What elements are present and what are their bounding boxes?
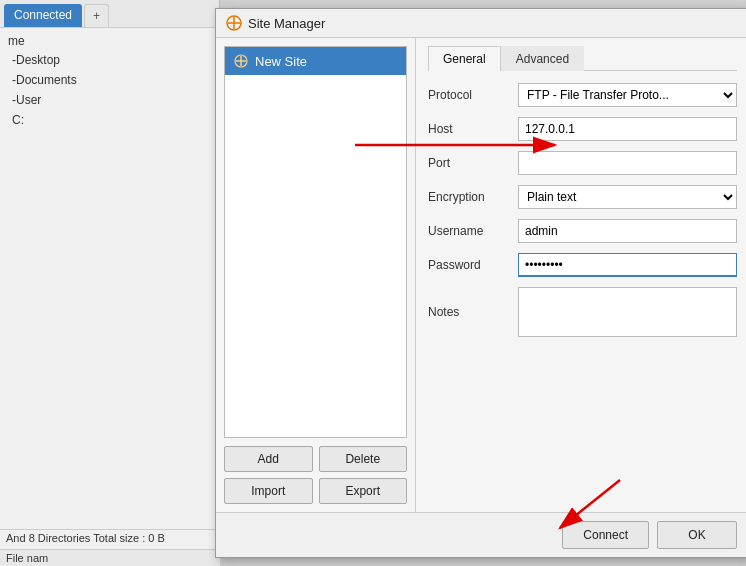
encryption-label: Encryption — [428, 190, 518, 204]
dialog-title: Site Manager — [248, 16, 325, 31]
filename-bar: File nam — [0, 549, 220, 566]
protocol-select[interactable]: FTP - File Transfer Proto... — [518, 83, 737, 107]
encryption-select[interactable]: Plain text — [518, 185, 737, 209]
new-site-icon — [233, 53, 249, 69]
protocol-label: Protocol — [428, 88, 518, 102]
connected-tab[interactable]: Connected — [4, 4, 82, 27]
host-input[interactable] — [518, 117, 737, 141]
import-button[interactable]: Import — [224, 478, 313, 504]
sidebar-label: me — [4, 32, 215, 50]
sidebar-content: me -Desktop -Documents -User C: — [0, 28, 219, 134]
notes-label: Notes — [428, 305, 518, 319]
sidebar-item-desktop[interactable]: -Desktop — [4, 50, 215, 70]
tab-bar: Connected + — [0, 0, 219, 28]
password-label: Password — [428, 258, 518, 272]
connect-button[interactable]: Connect — [562, 521, 649, 549]
site-manager-dialog: Site Manager New Site Add — [215, 8, 746, 558]
delete-button[interactable]: Delete — [319, 446, 408, 472]
status-bar: And 8 Directories Total size : 0 B — [0, 529, 220, 546]
site-manager-icon — [226, 15, 242, 31]
new-tab-button[interactable]: + — [84, 4, 109, 27]
password-input[interactable] — [518, 253, 737, 277]
new-site-item[interactable]: New Site — [225, 47, 406, 75]
username-input[interactable] — [518, 219, 737, 243]
sidebar-item-c[interactable]: C: — [4, 110, 215, 130]
add-button[interactable]: Add — [224, 446, 313, 472]
sidebar-item-documents[interactable]: -Documents — [4, 70, 215, 90]
form-fields: Protocol FTP - File Transfer Proto... Ho… — [428, 83, 737, 337]
site-list[interactable]: New Site — [224, 46, 407, 438]
username-label: Username — [428, 224, 518, 238]
main-window: Connected + me -Desktop -Documents -User… — [0, 0, 220, 566]
dialog-body: New Site Add Delete Import Export Genera… — [216, 38, 746, 512]
tab-nav: General Advanced — [428, 46, 737, 71]
tab-general[interactable]: General — [428, 46, 501, 71]
port-input[interactable] — [518, 151, 737, 175]
tab-advanced[interactable]: Advanced — [501, 46, 584, 71]
port-label: Port — [428, 156, 518, 170]
dialog-footer: Connect OK — [216, 512, 746, 557]
dialog-right-panel: General Advanced Protocol FTP - File Tra… — [416, 38, 746, 512]
new-site-label: New Site — [255, 54, 307, 69]
ok-button[interactable]: OK — [657, 521, 737, 549]
dialog-titlebar: Site Manager — [216, 9, 746, 38]
dialog-left-panel: New Site Add Delete Import Export — [216, 38, 416, 512]
host-label: Host — [428, 122, 518, 136]
site-buttons: Add Delete Import Export — [224, 446, 407, 504]
sidebar-item-user[interactable]: -User — [4, 90, 215, 110]
export-button[interactable]: Export — [319, 478, 408, 504]
notes-textarea[interactable] — [518, 287, 737, 337]
